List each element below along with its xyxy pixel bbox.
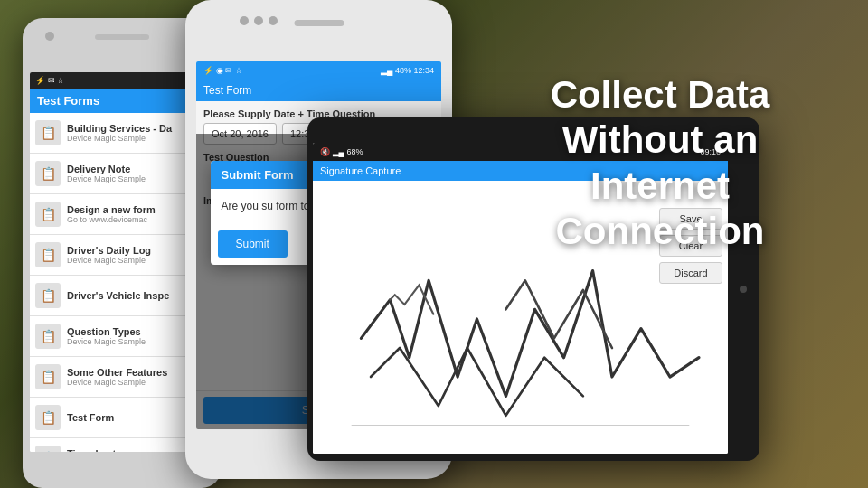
form-item-icon: 📋 <box>35 283 61 308</box>
form-item-icon: 📋 <box>35 364 61 389</box>
discard-button[interactable]: Discard <box>659 262 722 284</box>
phone2-app-header: Test Form <box>196 80 441 101</box>
tablet-status-icons: 🔇 ▂▄ 68% <box>320 147 363 156</box>
phone2-cameras <box>240 16 278 25</box>
tablet-header-title: Signature Capture <box>320 165 401 176</box>
phone1-status-icons: ⚡ ✉ ☆ <box>35 76 64 85</box>
phone2-dialog-submit-btn[interactable]: Submit <box>218 230 288 258</box>
form-item-icon: 📋 <box>35 405 61 430</box>
phone1-speaker <box>95 34 149 40</box>
phone2-cam3 <box>269 16 278 25</box>
form-item-icon: 📋 <box>35 120 61 145</box>
form-item-icon: 📋 <box>35 324 61 349</box>
form-item-icon: 📋 <box>35 242 61 267</box>
hero-text-block: Collect Data Without an Internet Connect… <box>488 72 832 255</box>
form-item-icon: 📋 <box>35 161 61 186</box>
form-item-icon: 📋 <box>35 202 61 227</box>
phone2-status-bar: ⚡ ◉ ✉ ☆ ▂▄ 48% 12:34 <box>196 61 441 80</box>
phone2-header-title: Test Form <box>203 84 251 97</box>
phone2-status-right: ▂▄ 48% 12:34 <box>381 66 434 75</box>
hero-line3: Connection <box>556 210 765 252</box>
tablet-camera <box>740 286 747 293</box>
phone2-status-icons: ⚡ ◉ ✉ ☆ <box>203 66 242 75</box>
hero-line2: Without an Internet <box>562 118 759 206</box>
phone1-camera <box>45 32 54 41</box>
phone2-speaker <box>294 20 344 26</box>
phone2-cam2 <box>254 16 263 25</box>
phone2-cam1 <box>240 16 249 25</box>
form-item-icon: 📋 <box>35 446 61 452</box>
phone1-header-title: Test Forms <box>37 94 99 108</box>
hero-line1: Collect Data <box>551 73 770 116</box>
